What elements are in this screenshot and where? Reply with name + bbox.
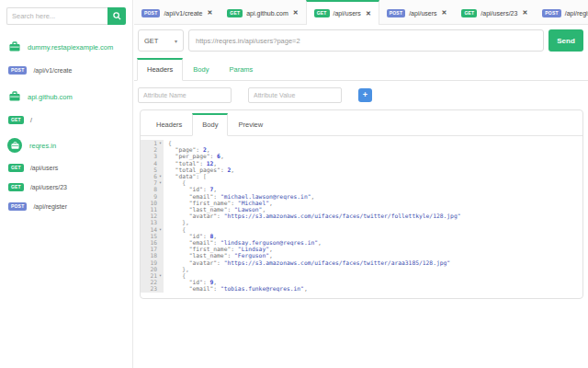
collection-header[interactable]: reqres.in	[0, 138, 132, 153]
close-tab-icon[interactable]: ✕	[366, 10, 371, 17]
request-tab[interactable]: POST/api/v1/create✕	[134, 0, 220, 24]
collection-header[interactable]: dummy.restapiexample.com	[0, 39, 132, 55]
collapse-icon[interactable]: ▾	[157, 226, 164, 233]
collection-active-icon	[7, 138, 22, 153]
json-token-p: ,	[213, 186, 217, 192]
json-line: 12 "avatar": "https://s3.amazonaws.com/u…	[141, 213, 582, 219]
request-tab[interactable]: GET/api/users✕	[306, 0, 379, 25]
json-token-p	[168, 246, 189, 252]
collection-list: dummy.restapiexample.comPOST/api/v1/crea…	[0, 39, 132, 211]
line-number: 13	[141, 219, 157, 225]
briefcase-icon	[9, 39, 20, 55]
sidebar-request-item[interactable]: GET/api/users	[0, 164, 132, 172]
line-number-gutter: 3	[141, 153, 164, 159]
line-number: 16	[141, 239, 157, 246]
json-token-k: "id"	[189, 233, 203, 239]
line-number-gutter: 14▾	[141, 226, 164, 233]
json-line: 14▾ {	[141, 226, 582, 233]
close-tab-icon[interactable]: ✕	[442, 9, 447, 17]
tab-label: api.github.com	[246, 10, 288, 17]
method-badge: POST	[8, 202, 27, 211]
search-input[interactable]	[6, 7, 107, 25]
fold-spacer	[157, 279, 164, 285]
sidebar-request-item[interactable]: POST/api/v1/create	[0, 66, 132, 75]
tab-label: /api/register	[565, 10, 588, 17]
sidebar-request-item[interactable]: GET/	[0, 116, 132, 124]
request-tab[interactable]: POST/api/users✕	[379, 0, 455, 24]
json-line: 21▾ {	[141, 272, 582, 279]
json-line-content: "page": 2,	[164, 146, 210, 153]
collapse-icon[interactable]: ▾	[157, 179, 164, 186]
json-token-p	[168, 233, 189, 239]
method-select-value: GET	[144, 37, 158, 45]
response-tab-preview[interactable]: Preview	[228, 113, 273, 136]
url-input[interactable]	[188, 29, 544, 52]
json-token-p: ,	[304, 285, 308, 292]
request-tab[interactable]: GETapi.github.com✕	[220, 0, 305, 24]
json-line-content: {	[164, 272, 186, 279]
json-token-k: "total_pages"	[175, 167, 220, 173]
json-token-s: "michael.lawson@reqres.in"	[220, 193, 311, 200]
tab-label: /api/users	[334, 10, 361, 17]
response-tab-headers[interactable]: Headers	[146, 113, 192, 136]
request-tab-headers[interactable]: Headers	[137, 58, 183, 81]
search-button[interactable]	[107, 7, 126, 25]
fold-spacer	[157, 239, 164, 246]
line-number: 9	[141, 193, 157, 200]
json-line: 3 "per_page": 6,	[141, 153, 582, 159]
json-token-k: "avatar"	[189, 259, 217, 266]
json-line-content: "avatar": "https://s3.amazonaws.com/uifa…	[164, 259, 450, 266]
close-tab-icon[interactable]: ✕	[522, 9, 527, 17]
sidebar-request-item[interactable]: GET/api/users/23	[0, 183, 132, 191]
response-tab-body[interactable]: Body	[192, 113, 228, 136]
json-token-p: : [	[196, 173, 206, 179]
briefcase-icon	[9, 88, 20, 105]
json-token-p: :	[196, 146, 203, 153]
json-token-s: "Ferguson"	[234, 252, 269, 259]
request-tab[interactable]: GET/api/users/23✕	[454, 0, 535, 24]
attribute-value-input[interactable]	[248, 87, 342, 103]
json-token-k: "email"	[189, 239, 214, 246]
json-token-k: "data"	[175, 173, 197, 179]
line-number-gutter: 16	[141, 239, 164, 246]
line-number: 15	[141, 233, 157, 239]
main-panel: POST/api/v1/create✕GETapi.github.com✕GET…	[134, 0, 588, 368]
collapse-icon[interactable]: ▾	[157, 140, 164, 146]
json-line-content: "email": "michael.lawson@reqres.in",	[164, 193, 314, 200]
json-token-p	[168, 259, 189, 266]
json-line: 8 "id": 7,	[141, 186, 582, 192]
json-line-content: {	[164, 226, 186, 233]
request-tab-params[interactable]: Params	[219, 58, 263, 81]
json-line-content: "id": 8,	[164, 233, 217, 239]
method-select[interactable]: GET ▾	[138, 29, 184, 52]
sidebar-request-item[interactable]: POST/api/register	[0, 202, 132, 211]
line-number-gutter: 8	[141, 186, 164, 192]
json-line-content: "per_page": 6,	[164, 153, 224, 159]
json-token-p	[168, 206, 189, 213]
close-tab-icon[interactable]: ✕	[293, 9, 299, 17]
json-line-content: "first_name": "Michael",	[164, 200, 273, 206]
collection-header[interactable]: api.github.com	[0, 88, 132, 105]
add-attribute-button[interactable]: +	[358, 88, 372, 102]
json-line: 11 "last_name": "Lawson",	[141, 206, 582, 213]
request-tab[interactable]: POST/api/register✕	[535, 0, 588, 24]
json-token-k: "id"	[189, 186, 203, 192]
json-token-p: :	[203, 279, 210, 285]
collapse-icon[interactable]: ▾	[157, 173, 164, 179]
send-button[interactable]: Send	[548, 29, 583, 52]
line-number: 5	[141, 167, 157, 173]
line-number: 7	[141, 179, 157, 186]
line-number-gutter: 7▾	[141, 179, 164, 186]
collapse-icon[interactable]: ▾	[157, 272, 164, 279]
json-line-content: },	[164, 219, 189, 225]
request-tab-body[interactable]: Body	[183, 58, 219, 81]
line-number: 17	[141, 246, 157, 252]
line-number: 14	[141, 226, 157, 233]
attribute-name-input[interactable]	[138, 87, 232, 103]
json-token-k: "total"	[175, 160, 200, 167]
response-body-json[interactable]: 1▾{2 "page": 2,3 "per_page": 6,4 "total"…	[141, 136, 582, 298]
json-line-content: "id": 7,	[164, 186, 217, 192]
json-line: 13 },	[141, 219, 582, 225]
close-tab-icon[interactable]: ✕	[207, 9, 212, 17]
fold-spacer	[157, 153, 164, 159]
